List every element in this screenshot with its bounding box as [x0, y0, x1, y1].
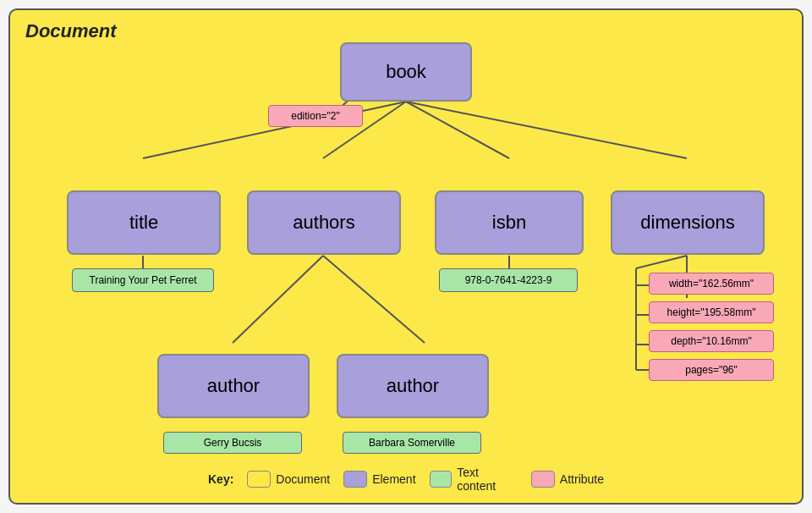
key-attribute: Attribute [531, 471, 604, 488]
author1-text-node: Gerry Bucsis [163, 432, 302, 454]
book-edition-attr: edition="2" [268, 105, 363, 127]
dim-pages-attr: pages="96" [649, 359, 774, 381]
title-node: title [67, 190, 221, 255]
title-text-node: Training Your Pet Ferret [72, 268, 214, 292]
author2-node: author [337, 354, 489, 418]
diagram-container: Document [8, 8, 804, 505]
book-node: book [340, 42, 472, 102]
svg-line-19 [636, 256, 687, 268]
key-bar: Key: Document Element Text content Attri… [208, 466, 604, 493]
key-elem-label: Element [372, 472, 415, 486]
key-doc-box [247, 471, 271, 488]
key-attr-label: Attribute [560, 472, 604, 486]
key-text: Text content [430, 466, 518, 493]
key-text-box [430, 471, 453, 488]
key-document: Document [247, 471, 330, 488]
dimensions-node: dimensions [611, 190, 765, 255]
key-label: Key: [208, 472, 233, 486]
svg-line-8 [323, 256, 425, 343]
svg-line-7 [233, 256, 323, 343]
document-label: Document [25, 20, 117, 42]
isbn-text-node: 978-0-7641-4223-9 [439, 268, 578, 292]
key-doc-label: Document [276, 472, 330, 486]
dim-width-attr: width="162.56mm" [649, 273, 774, 295]
key-element: Element [343, 471, 415, 488]
svg-line-2 [406, 102, 509, 158]
author1-node: author [157, 354, 310, 418]
key-attr-box [531, 471, 555, 488]
key-elem-box [343, 471, 367, 488]
dim-depth-attr: depth="10.16mm" [649, 330, 774, 352]
author2-text-node: Barbara Somerville [343, 432, 481, 454]
authors-node: authors [247, 190, 401, 255]
svg-line-3 [406, 102, 687, 158]
isbn-node: isbn [435, 190, 584, 255]
dim-height-attr: height="195.58mm" [649, 301, 774, 323]
key-text-label: Text content [457, 466, 518, 493]
